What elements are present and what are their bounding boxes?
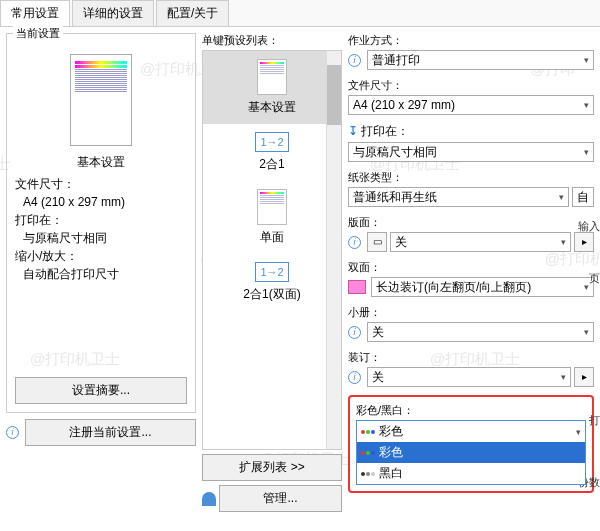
- job-select[interactable]: 普通打印▾: [367, 50, 594, 70]
- job-label: 作业方式：: [348, 33, 594, 48]
- color-option-label: 黑白: [379, 465, 403, 482]
- color-option-label: 彩色: [379, 423, 403, 440]
- tab-config[interactable]: 配置/关于: [156, 0, 229, 26]
- preset-label: 单面: [207, 229, 337, 246]
- printon-select[interactable]: 与原稿尺寸相同▾: [348, 142, 594, 162]
- info-size-value: A4 (210 x 297 mm): [15, 193, 187, 211]
- info-icon[interactable]: i: [348, 236, 361, 249]
- info-icon[interactable]: i: [348, 326, 361, 339]
- info-size-label: 文件尺寸：: [15, 175, 187, 193]
- bw-dots-icon: [361, 472, 375, 476]
- paper-value: 普通纸和再生纸: [353, 189, 437, 206]
- duplex-icon: [348, 280, 366, 294]
- preset-label: 2合1: [207, 156, 337, 173]
- paper-label: 纸张类型：: [348, 170, 594, 185]
- color-option-bw[interactable]: 黑白: [357, 463, 585, 484]
- page-label: 页: [589, 271, 600, 286]
- bind-value: 关: [372, 369, 384, 386]
- size-value: A4 (210 x 297 mm): [353, 98, 455, 112]
- bind-label: 装订：: [348, 350, 594, 365]
- current-settings-legend: 当前设置: [13, 26, 63, 41]
- info-icon[interactable]: i: [6, 426, 19, 439]
- preset-label: 基本设置: [207, 99, 337, 116]
- layout-next-button[interactable]: ▸: [574, 232, 594, 252]
- info-scale-value: 自动配合打印尺寸: [15, 265, 187, 283]
- arrow-icon: 1→2: [255, 132, 289, 152]
- printon-value: 与原稿尺寸相同: [353, 144, 437, 161]
- size-select[interactable]: A4 (210 x 297 mm)▾: [348, 95, 594, 115]
- color-dots-icon: [361, 451, 375, 455]
- layout-value: 关: [395, 234, 407, 251]
- preset-single[interactable]: 单面: [203, 181, 341, 254]
- summary-button[interactable]: 设置摘要...: [15, 377, 187, 404]
- color-option-color[interactable]: 彩色: [357, 442, 585, 463]
- booklet-value: 关: [372, 324, 384, 341]
- color-label: 彩色/黑白：: [356, 403, 586, 418]
- job-value: 普通打印: [372, 52, 420, 69]
- user-icon: [202, 492, 216, 506]
- booklet-label: 小册：: [348, 305, 594, 320]
- printon-label: ↧ 打印在：: [348, 123, 594, 140]
- tab-detail[interactable]: 详细的设置: [72, 0, 154, 26]
- preview-thumbnail: [70, 54, 132, 146]
- scrollbar[interactable]: [326, 51, 341, 449]
- size-label: 文件尺寸：: [348, 78, 594, 93]
- bind-next-button[interactable]: ▸: [574, 367, 594, 387]
- info-printon-label: 打印在：: [15, 211, 187, 229]
- info-icon[interactable]: i: [348, 371, 361, 384]
- color-dots-icon: [361, 430, 375, 434]
- staple-label: 打: [589, 413, 600, 428]
- expand-list-button[interactable]: 扩展列表 >>: [202, 454, 342, 481]
- duplex-select[interactable]: 长边装订(向左翻页/向上翻页)▾: [371, 277, 594, 297]
- preset-name: 基本设置: [15, 154, 187, 171]
- manage-button[interactable]: 管理...: [219, 485, 342, 512]
- bind-select[interactable]: 关▾: [367, 367, 571, 387]
- input-label: 输入: [578, 219, 600, 234]
- layout-icon-button[interactable]: ▭: [367, 232, 387, 252]
- color-option-selected[interactable]: 彩色 ▾: [357, 421, 585, 442]
- arrow-icon: 1→2: [255, 262, 289, 282]
- tab-common[interactable]: 常用设置: [0, 0, 70, 26]
- preset-2in1-duplex[interactable]: 1→2 2合1(双面): [203, 254, 341, 311]
- preset-basic[interactable]: 基本设置: [203, 51, 341, 124]
- preset-label: 2合1(双面): [207, 286, 337, 303]
- info-icon[interactable]: i: [348, 54, 361, 67]
- layout-label: 版面：: [348, 215, 594, 230]
- duplex-value: 长边装订(向左翻页/向上翻页): [376, 279, 531, 296]
- color-highlight-box: 彩色/黑白： 份数 彩色 ▾ 彩色 黑白: [348, 395, 594, 493]
- layout-select[interactable]: 关▾: [390, 232, 571, 252]
- duplex-label: 双面：: [348, 260, 594, 275]
- info-printon-value: 与原稿尺寸相同: [15, 229, 187, 247]
- booklet-select[interactable]: 关▾: [367, 322, 594, 342]
- info-scale-label: 缩小/放大：: [15, 247, 187, 265]
- paper-select[interactable]: 普通纸和再生纸▾: [348, 187, 569, 207]
- color-option-label: 彩色: [379, 444, 403, 461]
- color-select[interactable]: 彩色 ▾ 彩色 黑白: [356, 420, 586, 485]
- preset-list-label: 单键预设列表：: [202, 33, 342, 48]
- register-button[interactable]: 注册当前设置...: [25, 419, 196, 446]
- preset-2in1[interactable]: 1→2 2合1: [203, 124, 341, 181]
- input-select[interactable]: 自: [572, 187, 594, 207]
